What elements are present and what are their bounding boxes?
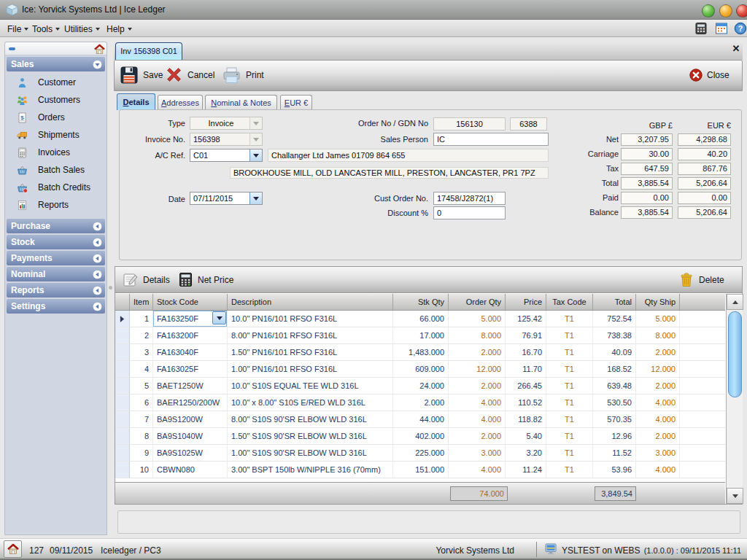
table-row-5[interactable]: 5BAET1250W10.0" S10S EQUAL TEE WLD 316L2…: [115, 378, 725, 394]
sidebar-item-reports[interactable]: Reports: [7, 196, 105, 214]
cancel-button[interactable]: Cancel: [165, 60, 214, 90]
col-header-stk-qty[interactable]: Stk Qty: [393, 294, 449, 310]
sidebar-section-purchase[interactable]: Purchase: [7, 219, 105, 233]
delete-button[interactable]: Delete: [678, 267, 724, 292]
eur-header: EUR €: [692, 121, 731, 130]
col-header-order-qty[interactable]: Order Qty: [449, 294, 506, 310]
col-header-description[interactable]: Description: [228, 294, 393, 310]
status-company: Yorvick Systems Ltd: [368, 545, 514, 556]
col-header-tax-code[interactable]: Tax Code: [546, 294, 593, 310]
save-button[interactable]: Save: [120, 60, 163, 90]
table-row-8[interactable]: 8BA9S1040W1.50" S10S 90'SR ELBOW WLD 316…: [115, 428, 725, 445]
save-icon: [120, 66, 139, 85]
maximize-button[interactable]: [719, 4, 732, 18]
sidebar-section-nominal[interactable]: Nominal: [7, 267, 105, 281]
totals-gbp-balance: 3,885.54: [621, 206, 673, 219]
menu-help[interactable]: Help: [107, 23, 132, 35]
tab-nominal-notes[interactable]: Nominal & Notes: [205, 95, 277, 110]
totals-eur-balance: 5,206.64: [678, 206, 731, 219]
close-window-button[interactable]: [736, 4, 747, 18]
status-separator: [536, 542, 537, 557]
sidebar-section-sales[interactable]: Sales: [7, 57, 105, 71]
ac-ref-combo[interactable]: C01: [190, 149, 263, 162]
sidebar-item-customers[interactable]: Customers: [7, 91, 105, 109]
scroll-thumb[interactable]: [728, 311, 742, 397]
tab-addresses[interactable]: Addresses: [158, 95, 203, 110]
help-icon[interactable]: ?: [734, 22, 747, 35]
net-price-button[interactable]: Net Price: [178, 267, 233, 292]
table-row-3[interactable]: 3FA163040F1.50" PN16/101 RFSO F316L1,483…: [115, 344, 725, 361]
menu-tools[interactable]: Tools: [32, 23, 60, 35]
calculator-icon[interactable]: [694, 22, 708, 35]
sidebar-item-invoices[interactable]: Invoices: [7, 144, 105, 161]
cust-order-field[interactable]: 17458/J2872(1): [433, 192, 506, 205]
stock-code-dropdown[interactable]: [212, 311, 226, 324]
sidebar-section-reports[interactable]: Reports: [7, 283, 105, 298]
notes-panel: [117, 510, 740, 534]
close-tab-icon[interactable]: ✕: [730, 43, 742, 55]
menu-utilities[interactable]: Utilities: [64, 23, 100, 35]
discount-field[interactable]: 0: [433, 206, 506, 219]
tab-details[interactable]: Details: [117, 93, 155, 110]
col-header-stock-code[interactable]: Stock Code: [153, 294, 228, 310]
table-row-10[interactable]: 10CBWN0803.00" BSPT 150lb W/NIPPLE 316 (…: [115, 462, 725, 478]
chevron-left-icon: [93, 238, 102, 247]
grid-footer: 74.000 3,849.54: [115, 482, 725, 504]
sidebar-item-batch-credits[interactable]: Batch Credits: [7, 179, 105, 196]
svg-text:?: ?: [738, 24, 743, 33]
svg-text:$: $: [20, 114, 24, 120]
totals-eur-paid: 0.00: [678, 192, 731, 204]
net-price-icon: [178, 272, 193, 287]
table-row-1[interactable]: 1FA163250F10.0" PN16/101 RFSO F316L66.00…: [115, 311, 725, 327]
reports-icon: [17, 200, 28, 211]
collapse-sidebar-icon[interactable]: [9, 47, 15, 50]
col-header-item[interactable]: Item: [130, 294, 153, 310]
close-button[interactable]: Close: [689, 60, 729, 90]
status-count: 127: [29, 545, 44, 556]
date-combo[interactable]: 07/11/2015: [190, 192, 263, 205]
sidebar-section-stock[interactable]: Stock: [7, 235, 105, 249]
sidebar-section-settings[interactable]: Settings: [7, 299, 105, 314]
home-icon[interactable]: [94, 44, 105, 55]
type-combo[interactable]: Invoice: [190, 117, 263, 130]
scroll-up-icon[interactable]: [727, 294, 743, 310]
batch-credits-icon: [17, 182, 28, 193]
home-button[interactable]: [4, 540, 22, 558]
grid-header-row: ItemStock CodeDescriptionStk QtyOrder Qt…: [115, 294, 725, 311]
close-circle-icon: [689, 69, 703, 82]
details-button[interactable]: Details: [123, 267, 170, 292]
sidebar-item-batch-sales[interactable]: Batch Sales: [7, 161, 105, 179]
print-button[interactable]: Print: [222, 60, 264, 90]
calendar-icon[interactable]: [715, 22, 728, 35]
totals-eur-carriage: 40.20: [678, 148, 731, 160]
menu-file[interactable]: File: [7, 23, 28, 35]
col-header-price[interactable]: Price: [506, 294, 546, 310]
batch-sales-icon: [17, 165, 28, 176]
shipments-icon: [17, 130, 28, 141]
sidebar-item-orders[interactable]: $Orders: [7, 109, 105, 126]
sidebar-item-shipments[interactable]: Shipments: [7, 126, 105, 144]
sidebar-section-payments[interactable]: Payments: [7, 251, 105, 265]
app-cube-icon: [6, 4, 18, 16]
splitter-handle[interactable]: [109, 286, 112, 289]
cancel-icon: [165, 66, 183, 84]
minimize-button[interactable]: [702, 4, 715, 18]
table-row-2[interactable]: 2FA163200F8.00" PN16/101 RFSO F316L17.00…: [115, 327, 725, 344]
col-header-qty-ship[interactable]: Qty Ship: [636, 294, 680, 310]
col-header-total[interactable]: Total: [593, 294, 636, 310]
table-row-9[interactable]: 9BA9S1025W1.00" S10S 90'SR ELBOW WLD 316…: [115, 445, 725, 462]
totals-label-balance: Balance: [575, 208, 619, 217]
scroll-down-icon[interactable]: [727, 488, 743, 504]
totals-gbp-net: 3,207.95: [621, 133, 673, 146]
table-row-4[interactable]: 4FA163025F1.00" PN16/101 RFSO F316L609.0…: [115, 361, 725, 378]
sidebar-item-customer[interactable]: Customer: [7, 74, 105, 91]
sales-person-field[interactable]: IC: [433, 133, 549, 146]
table-row-6[interactable]: 6BAER1250/200W10.0" x 8.00" S10S E/RED W…: [115, 394, 725, 411]
window-title: Ice: Yorvick Systems Ltd | Ice Ledger: [22, 4, 166, 15]
document-tab[interactable]: Inv 156398 C01: [115, 42, 182, 60]
table-row-7[interactable]: 7BA9S1200W8.00" S10S 90'SR ELBOW WLD 316…: [115, 411, 725, 428]
tab-eur[interactable]: EUR €: [280, 95, 312, 110]
line-items-grid: Details Net Price Delete ItemStock CodeD…: [115, 266, 743, 505]
grid-scrollbar[interactable]: [726, 294, 743, 504]
invoice-no-combo[interactable]: 156398: [190, 133, 263, 146]
